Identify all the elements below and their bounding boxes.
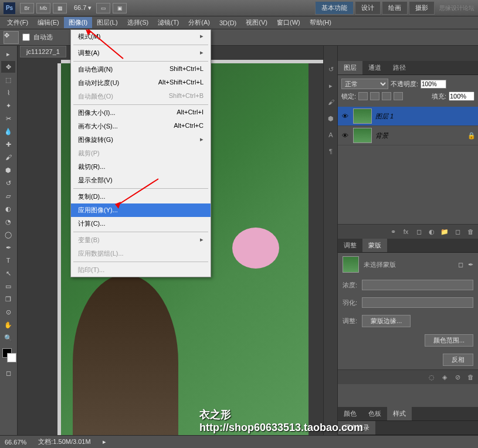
layer-mask-icon[interactable]: ◻ (413, 227, 424, 236)
workspace-tab-photography[interactable]: 摄影 (409, 1, 435, 15)
stamp-tool[interactable]: ⬢ (1, 164, 15, 176)
menu-edit[interactable]: 编辑(E) (33, 17, 64, 28)
menu-help[interactable]: 帮助(H) (305, 17, 336, 28)
lasso-tool[interactable]: ⌇ (1, 87, 15, 99)
layer-name[interactable]: 图层 1 (375, 112, 476, 121)
menu-item[interactable]: 模式(M)▸ (71, 30, 211, 43)
menu-window[interactable]: 窗口(W) (272, 17, 305, 28)
expand-tools-icon[interactable]: ▸ (1, 48, 15, 60)
hand-tool[interactable]: ✋ (1, 319, 15, 331)
menu-filter[interactable]: 滤镜(T) (153, 17, 184, 28)
crop-tool[interactable]: ✂ (1, 113, 15, 124)
blur-tool[interactable]: ◔ (1, 216, 15, 228)
workspace-tab-design[interactable]: 设计 (355, 1, 381, 15)
eyedropper-tool[interactable]: 💧 (1, 125, 15, 137)
menu-item[interactable]: 自动色调(N)Shift+Ctrl+L (71, 63, 211, 76)
menu-item[interactable]: 显示全部(V) (71, 174, 211, 187)
color-swatches[interactable] (1, 348, 16, 366)
load-selection-icon[interactable]: ◌ (426, 372, 437, 382)
menu-item[interactable]: 复制(D)... (71, 190, 211, 203)
invert-button[interactable]: 反相 (443, 354, 473, 366)
lock-pixels-icon[interactable] (370, 92, 379, 100)
menu-image[interactable]: 图像(I) (64, 17, 92, 28)
wand-tool[interactable]: ✦ (1, 100, 15, 111)
type-tool[interactable]: T (1, 254, 15, 266)
move-tool-preset-icon[interactable]: ✥ (4, 31, 19, 44)
visibility-icon[interactable]: 👁 (340, 132, 350, 139)
auto-select-checkbox[interactable] (22, 33, 30, 41)
lock-transparency-icon[interactable] (358, 92, 368, 100)
menu-select[interactable]: 选择(S) (123, 17, 154, 28)
path-tool[interactable]: ↖ (1, 267, 15, 279)
quickmask-tool[interactable]: ◻ (1, 367, 15, 379)
zoom-level[interactable]: 66.7 ▾ (69, 4, 96, 12)
menu-3d[interactable]: 3D(D) (215, 18, 241, 28)
heal-tool[interactable]: ✚ (1, 138, 15, 150)
dodge-tool[interactable]: ◯ (1, 229, 15, 240)
menu-item[interactable]: 应用图像(Y)... (71, 203, 211, 217)
tab-channels[interactable]: 通道 (362, 61, 387, 74)
apply-mask-icon[interactable]: ◈ (439, 372, 450, 382)
blend-mode-select[interactable]: 正常 (341, 79, 388, 89)
bridge-icon[interactable]: Br (20, 3, 34, 13)
3d-camera-tool[interactable]: ⊙ (1, 306, 15, 318)
menu-item[interactable]: 图像大小(I)...Alt+Ctrl+I (71, 106, 211, 120)
delete-layer-icon[interactable]: 🗑 (465, 227, 476, 236)
density-input[interactable] (362, 280, 473, 290)
menu-item[interactable]: 画布大小(S)...Alt+Ctrl+C (71, 120, 211, 133)
clone-source-icon[interactable]: ⬢ (325, 113, 337, 124)
mask-edge-button[interactable]: 蒙版边缘... (362, 315, 411, 327)
new-layer-icon[interactable]: ◻ (452, 227, 463, 236)
arrange-icon[interactable]: ▭ (96, 3, 110, 13)
layer-row[interactable]: 👁 图层 1 (338, 107, 478, 126)
menu-view[interactable]: 视图(V) (241, 17, 272, 28)
tab-styles[interactable]: 样式 (387, 407, 412, 420)
view-extras-icon[interactable]: ▦ (53, 3, 67, 13)
layer-thumbnail[interactable] (353, 108, 372, 124)
layer-style-icon[interactable]: fx (401, 227, 411, 236)
layer-name[interactable]: 背景 (375, 131, 464, 140)
layer-row[interactable]: 👁 背景 🔒 (338, 126, 478, 145)
pixel-mask-icon[interactable]: ◻ (458, 261, 463, 269)
tab-paths[interactable]: 路径 (387, 61, 412, 74)
history-icon[interactable]: ↺ (325, 63, 337, 75)
minibridge-icon[interactable]: Mb (36, 3, 50, 13)
menu-item[interactable]: 裁切(R)... (71, 160, 211, 174)
move-tool[interactable]: ✥ (1, 61, 15, 73)
status-doc-info[interactable]: 文档:1.50M/3.01M (38, 437, 90, 446)
feather-input[interactable] (362, 297, 473, 308)
brush-tool[interactable]: 🖌 (1, 151, 15, 163)
marquee-tool[interactable]: ⬚ (1, 74, 15, 86)
menu-item[interactable]: 自动对比度(U)Alt+Shift+Ctrl+L (71, 76, 211, 90)
actions-icon[interactable]: ▸ (325, 80, 337, 91)
screen-mode-icon[interactable]: ▣ (113, 3, 127, 13)
tab-layers[interactable]: 图层 (338, 61, 362, 74)
new-group-icon[interactable]: 📁 (439, 227, 450, 236)
status-zoom[interactable]: 66.67% (5, 439, 26, 446)
disable-mask-icon[interactable]: ⊘ (452, 372, 463, 382)
vector-mask-icon[interactable]: ✒ (468, 261, 473, 269)
adjustment-layer-icon[interactable]: ◐ (426, 227, 437, 236)
pen-tool[interactable]: ✒ (1, 242, 15, 253)
menu-analysis[interactable]: 分析(A) (184, 17, 215, 28)
menu-layer[interactable]: 图层(L) (92, 17, 122, 28)
tab-masks[interactable]: 蒙版 (362, 239, 387, 252)
tab-adjustments[interactable]: 调整 (338, 239, 362, 252)
background-color[interactable] (7, 353, 16, 362)
character-icon[interactable]: A (325, 129, 337, 141)
menu-file[interactable]: 文件(F) (2, 17, 33, 28)
history-brush-tool[interactable]: ↺ (1, 177, 15, 189)
menu-item[interactable]: 计算(C)... (71, 217, 211, 230)
workspace-tab-painting[interactable]: 绘画 (382, 1, 408, 15)
eraser-tool[interactable]: ▱ (1, 190, 15, 202)
brush-presets-icon[interactable]: 🖌 (325, 96, 337, 108)
zoom-tool[interactable]: 🔍 (1, 332, 15, 344)
delete-mask-icon[interactable]: 🗑 (465, 372, 476, 382)
document-tab[interactable]: jc111227_1 (20, 46, 66, 57)
menu-item[interactable]: 图像旋转(G)▸ (71, 133, 211, 147)
chevron-right-icon[interactable]: ▸ (103, 438, 106, 446)
paragraph-icon[interactable]: ¶ (325, 145, 337, 157)
layer-thumbnail[interactable] (353, 128, 372, 143)
menu-item[interactable]: 调整(A)▸ (71, 46, 211, 60)
visibility-icon[interactable]: 👁 (340, 113, 350, 120)
